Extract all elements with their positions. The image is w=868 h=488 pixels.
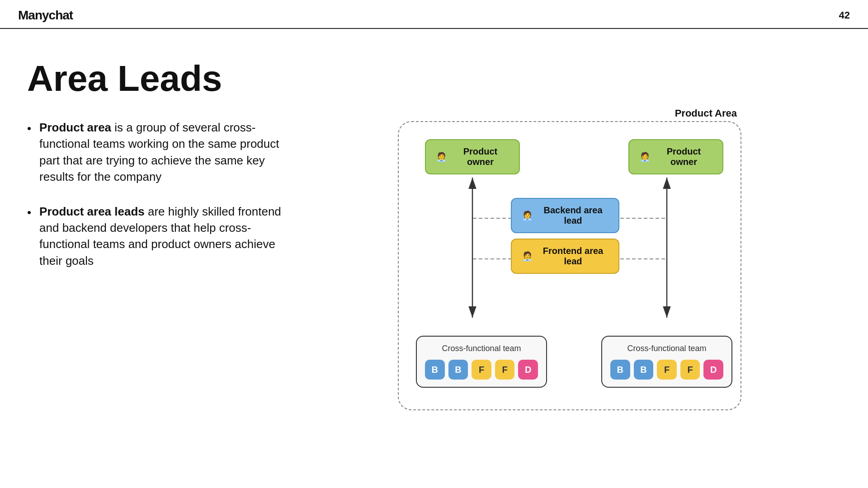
team-right-label: Cross-functional team bbox=[610, 344, 723, 353]
product-owner-label-right: Product owner bbox=[655, 146, 712, 167]
logo: Manychat bbox=[18, 8, 73, 23]
product-owner-label-left: Product owner bbox=[452, 146, 509, 167]
team-right-members: B B F F D bbox=[610, 360, 723, 380]
product-owner-icon-right: 🧑‍💼 bbox=[639, 151, 651, 162]
frontend-area-lead-box: 🧑‍💼 Frontend area lead bbox=[511, 239, 619, 274]
product-area-label: Product Area bbox=[675, 108, 737, 119]
product-owner-box-right: 🧑‍💼 Product owner bbox=[628, 139, 723, 174]
member-F1-right: F bbox=[657, 360, 677, 380]
member-B2-right: B bbox=[634, 360, 654, 380]
bullet-text-1: Product area is a group of several cross… bbox=[39, 119, 289, 185]
bullet-text-2: Product area leads are highly skilled fr… bbox=[39, 203, 289, 269]
team-box-left: Cross-functional team B B F F D bbox=[416, 336, 547, 388]
member-D-right: D bbox=[703, 360, 723, 380]
member-B2-left: B bbox=[448, 360, 468, 380]
bullet-dot-2: • bbox=[27, 204, 31, 269]
left-panel: Area Leads • Product area is a group of … bbox=[27, 56, 289, 466]
slide-title: Area Leads bbox=[27, 61, 289, 97]
member-B1-right: B bbox=[610, 360, 630, 380]
bullet-list: • Product area is a group of several cro… bbox=[27, 119, 289, 269]
member-B1-left: B bbox=[425, 360, 445, 380]
bullet-item-2: • Product area leads are highly skilled … bbox=[27, 203, 289, 269]
team-box-right: Cross-functional team B B F F D bbox=[601, 336, 732, 388]
team-left-label: Cross-functional team bbox=[425, 344, 538, 353]
member-F1-left: F bbox=[472, 360, 491, 380]
backend-area-lead-box: 🧑‍💼 Backend area lead bbox=[511, 198, 619, 233]
main-content: Area Leads • Product area is a group of … bbox=[0, 29, 868, 484]
product-owner-box-left: 🧑‍💼 Product owner bbox=[425, 139, 520, 174]
member-D-left: D bbox=[518, 360, 538, 380]
bullet-dot-1: • bbox=[27, 120, 31, 185]
team-left-members: B B F F D bbox=[425, 360, 538, 380]
right-panel: Product Area bbox=[307, 56, 841, 466]
backend-lead-icon: 🧑‍💼 bbox=[522, 210, 533, 221]
bullet-bold-2: Product area leads bbox=[39, 205, 145, 218]
diagram-container: Product Area bbox=[398, 108, 750, 415]
bullet-bold-1: Product area bbox=[39, 121, 111, 134]
member-F2-right: F bbox=[680, 360, 700, 380]
frontend-lead-label: Frontend area lead bbox=[538, 246, 609, 267]
bullet-item-1: • Product area is a group of several cro… bbox=[27, 119, 289, 185]
frontend-lead-icon: 🧑‍💼 bbox=[522, 251, 533, 262]
backend-lead-label: Backend area lead bbox=[538, 205, 609, 226]
header: Manychat 42 bbox=[0, 0, 868, 29]
member-F2-left: F bbox=[495, 360, 515, 380]
product-owner-icon-left: 🧑‍💼 bbox=[436, 151, 447, 162]
page-number: 42 bbox=[839, 9, 850, 21]
